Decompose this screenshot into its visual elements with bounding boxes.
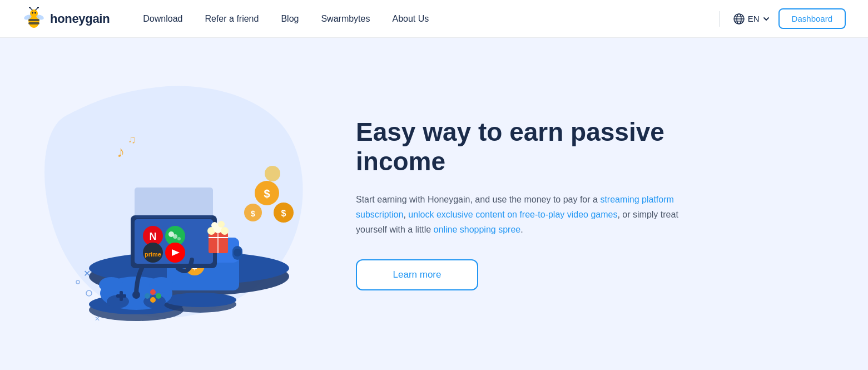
- svg-point-65: [156, 293, 161, 299]
- svg-point-72: [76, 280, 80, 284]
- lang-label: EN: [748, 14, 760, 23]
- svg-point-42: [173, 234, 177, 239]
- globe-icon: [733, 13, 745, 24]
- svg-point-5: [34, 12, 36, 13]
- svg-point-22: [164, 293, 236, 307]
- svg-point-55: [218, 221, 225, 228]
- hero-description: Start earning with Honeygain, and use th…: [356, 192, 678, 238]
- brand-logo-link[interactable]: honeygain: [22, 7, 110, 31]
- svg-rect-63: [116, 294, 126, 298]
- bee-logo-icon: [22, 7, 46, 31]
- svg-text:prime: prime: [145, 251, 161, 258]
- language-selector[interactable]: EN: [733, 13, 770, 24]
- svg-point-71: [86, 290, 92, 296]
- svg-line-10: [36, 8, 38, 10]
- svg-rect-1: [28, 19, 39, 21]
- svg-point-53: [221, 227, 229, 235]
- hero-illustration: $ $ $ $ N prime: [33, 71, 323, 338]
- svg-text:N: N: [150, 231, 157, 242]
- nav-refer[interactable]: Refer a friend: [205, 14, 259, 24]
- svg-point-66: [145, 293, 150, 299]
- nav-blog[interactable]: Blog: [281, 14, 299, 24]
- svg-text:♫: ♫: [128, 133, 136, 145]
- svg-point-26: [234, 249, 241, 256]
- hero-section: $ $ $ $ N prime: [0, 38, 868, 370]
- svg-text:✕: ✕: [83, 269, 91, 278]
- svg-line-8: [30, 8, 32, 10]
- svg-rect-56: [135, 188, 213, 218]
- nav-swarmbytes[interactable]: Swarmbytes: [321, 14, 370, 24]
- svg-point-58: [99, 277, 123, 293]
- svg-text:$: $: [264, 188, 270, 200]
- learn-more-button[interactable]: Learn more: [356, 259, 478, 290]
- svg-point-54: [211, 222, 218, 229]
- svg-point-64: [150, 289, 156, 295]
- shopping-link[interactable]: online shopping spree: [434, 225, 521, 234]
- navbar-right: EN Dashboard: [715, 8, 846, 29]
- nav-download[interactable]: Download: [143, 14, 182, 24]
- svg-text:✕: ✕: [95, 315, 100, 323]
- svg-point-43: [177, 237, 181, 240]
- hero-content: Easy way to earn passive income Start ea…: [323, 117, 712, 290]
- svg-point-35: [265, 166, 280, 181]
- svg-point-67: [150, 297, 156, 303]
- nav-links: Download Refer a friend Blog Swarmbytes …: [143, 14, 715, 24]
- svg-point-4: [32, 12, 33, 13]
- hero-illustration-svg: $ $ $ $ N prime: [33, 71, 323, 338]
- svg-text:$: $: [251, 209, 255, 218]
- hero-title: Easy way to earn passive income: [356, 117, 712, 176]
- brand-name-text: honeygain: [50, 12, 110, 26]
- svg-text:$: $: [281, 209, 286, 218]
- dashboard-button[interactable]: Dashboard: [778, 8, 846, 29]
- chevron-down-icon: [763, 16, 770, 22]
- navbar: honeygain Download Refer a friend Blog S…: [0, 0, 868, 38]
- nav-about[interactable]: About Us: [392, 14, 429, 24]
- gaming-link[interactable]: unlock exclusive content on free-to-play…: [408, 210, 617, 219]
- svg-rect-2: [28, 22, 39, 24]
- nav-divider: [720, 11, 720, 27]
- svg-text:♪: ♪: [117, 143, 125, 160]
